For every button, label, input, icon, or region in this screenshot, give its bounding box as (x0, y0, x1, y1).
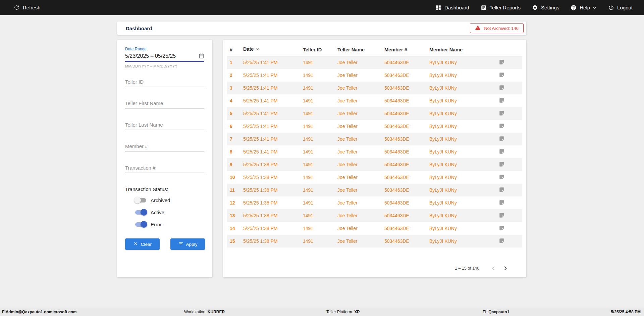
cell-note (496, 235, 522, 247)
status-teller-platform: Teller Platform: XP (326, 310, 360, 314)
column-header-num[interactable]: # (227, 43, 240, 56)
toggle-error[interactable]: Error (135, 220, 204, 228)
date-range-label: Date Range (125, 47, 204, 51)
archived-toggle-label: Archived (151, 197, 170, 203)
table-row[interactable]: 4 5/25/25 1:41 PM 1491 Joe Teller 503446… (227, 94, 522, 107)
cell-note (496, 94, 522, 107)
cell-date: 5/25/25 1:38 PM (240, 184, 300, 196)
cell-note (496, 222, 522, 235)
table-row[interactable]: 15 5/25/25 1:38 PM 1491 Joe Teller 50344… (227, 235, 522, 247)
active-toggle-switch[interactable] (135, 210, 146, 215)
page-header: Dashboard Not Archived: 146 (117, 21, 526, 35)
nav-help[interactable]: Help (571, 5, 597, 11)
active-toggle-label: Active (151, 210, 164, 215)
cell-teller-name: Joe Teller (335, 171, 382, 184)
note-icon[interactable] (499, 136, 505, 143)
table-row[interactable]: 11 5/25/25 1:38 PM 1491 Joe Teller 50344… (227, 184, 522, 196)
column-header-date[interactable]: Date (240, 43, 300, 56)
next-page-button[interactable] (499, 262, 512, 274)
table-row[interactable]: 10 5/25/25 1:38 PM 1491 Joe Teller 50344… (227, 171, 522, 184)
table-row[interactable]: 9 5/25/25 1:38 PM 1491 Joe Teller 503446… (227, 158, 522, 171)
cell-note (496, 120, 522, 133)
member-number-input[interactable] (125, 141, 204, 151)
cell-teller-name: Joe Teller (335, 94, 382, 107)
table-row[interactable]: 3 5/25/25 1:41 PM 1491 Joe Teller 503446… (227, 82, 522, 94)
teller-first-name-input[interactable] (125, 98, 204, 108)
note-icon[interactable] (499, 59, 505, 66)
cell-num: 10 (227, 171, 240, 184)
date-range-input[interactable] (125, 52, 204, 61)
sort-desc-icon (255, 47, 260, 53)
apply-button[interactable]: Apply (170, 238, 205, 250)
note-icon[interactable] (499, 174, 505, 181)
table-row[interactable]: 5 5/25/25 1:41 PM 1491 Joe Teller 503446… (227, 107, 522, 120)
teller-id-input[interactable] (125, 77, 204, 87)
error-toggle-switch[interactable] (135, 222, 146, 227)
toggle-archived[interactable]: Archived (135, 196, 204, 204)
cell-num: 15 (227, 235, 240, 247)
column-header-member-num[interactable]: Member # (382, 43, 427, 56)
note-icon[interactable] (499, 85, 505, 92)
cell-member-num: 5034463DE (382, 196, 427, 209)
prev-page-button[interactable] (487, 262, 499, 274)
transaction-number-input[interactable] (125, 163, 204, 173)
table-row[interactable]: 1 5/25/25 1:41 PM 1491 Joe Teller 503446… (227, 56, 522, 69)
cell-teller-id: 1491 (300, 69, 335, 82)
pagination-range: 1 – 15 of 146 (455, 266, 479, 271)
nav-logout-label: Logout (617, 5, 633, 10)
column-header-teller-id[interactable]: Teller ID (300, 43, 335, 56)
toggle-active[interactable]: Active (135, 208, 204, 216)
status-user: FiAdmin@Qaxpauto1.onmicrosoft.com (2, 310, 76, 314)
app-screen: Refresh Dashboard Teller Reports Sett (0, 0, 644, 316)
cell-member-num: 5034463DE (382, 184, 427, 196)
note-icon[interactable] (499, 199, 505, 207)
note-icon[interactable] (499, 148, 505, 155)
cell-teller-id: 1491 (300, 209, 335, 222)
note-icon[interactable] (499, 97, 505, 104)
cell-teller-id: 1491 (300, 120, 335, 133)
nav-dashboard[interactable]: Dashboard (435, 5, 469, 11)
note-icon[interactable] (499, 161, 505, 168)
cell-date: 5/25/25 1:38 PM (240, 158, 300, 171)
table-row[interactable]: 2 5/25/25 1:41 PM 1491 Joe Teller 503446… (227, 69, 522, 82)
cell-note (496, 158, 522, 171)
nav-logout[interactable]: Logout (608, 5, 633, 11)
table-row[interactable]: 6 5/25/25 1:41 PM 1491 Joe Teller 503446… (227, 120, 522, 133)
note-icon[interactable] (499, 187, 505, 194)
cell-date: 5/25/25 1:41 PM (240, 145, 300, 158)
status-bar: FiAdmin@Qaxpauto1.onmicrosoft.com Workst… (0, 308, 644, 316)
table-row[interactable]: 8 5/25/25 1:41 PM 1491 Joe Teller 503446… (227, 145, 522, 158)
cell-teller-id: 1491 (300, 82, 335, 94)
cell-date: 5/25/25 1:38 PM (240, 235, 300, 247)
nav-settings[interactable]: Settings (532, 5, 559, 11)
table-row[interactable]: 7 5/25/25 1:41 PM 1491 Joe Teller 503446… (227, 133, 522, 145)
column-header-teller-name[interactable]: Teller Name (335, 43, 382, 56)
not-archived-badge[interactable]: Not Archived: 146 (470, 23, 524, 33)
cell-member-num: 5034463DE (382, 158, 427, 171)
archived-toggle-switch[interactable] (135, 198, 146, 202)
refresh-button[interactable]: Refresh (13, 4, 41, 11)
teller-last-name-input[interactable] (125, 120, 204, 130)
table-row[interactable]: 12 5/25/25 1:38 PM 1491 Joe Teller 50344… (227, 196, 522, 209)
note-icon[interactable] (499, 123, 505, 130)
nav-teller-reports[interactable]: Teller Reports (481, 5, 521, 11)
cell-note (496, 209, 522, 222)
cell-num: 5 (227, 107, 240, 120)
note-icon[interactable] (499, 110, 505, 117)
note-icon[interactable] (499, 238, 505, 245)
toggle-thumb (141, 221, 147, 228)
cell-num: 11 (227, 184, 240, 196)
pagination: 1 – 15 of 146 (455, 262, 512, 274)
filter-panel: Date Range MM/DD/YYYY – MM/DD/YYYY Trans… (117, 40, 212, 277)
table-row[interactable]: 14 5/25/25 1:38 PM 1491 Joe Teller 50344… (227, 222, 522, 235)
note-icon[interactable] (499, 212, 505, 219)
clear-button[interactable]: Clear (125, 238, 160, 250)
cell-teller-id: 1491 (300, 107, 335, 120)
calendar-icon[interactable] (199, 53, 204, 60)
cell-member-name: ByLyJI KUNy (427, 56, 496, 69)
note-icon[interactable] (499, 225, 505, 232)
note-icon[interactable] (499, 72, 505, 79)
table-row[interactable]: 13 5/25/25 1:38 PM 1491 Joe Teller 50344… (227, 209, 522, 222)
cell-teller-id: 1491 (300, 184, 335, 196)
column-header-member-name[interactable]: Member Name (427, 43, 496, 56)
